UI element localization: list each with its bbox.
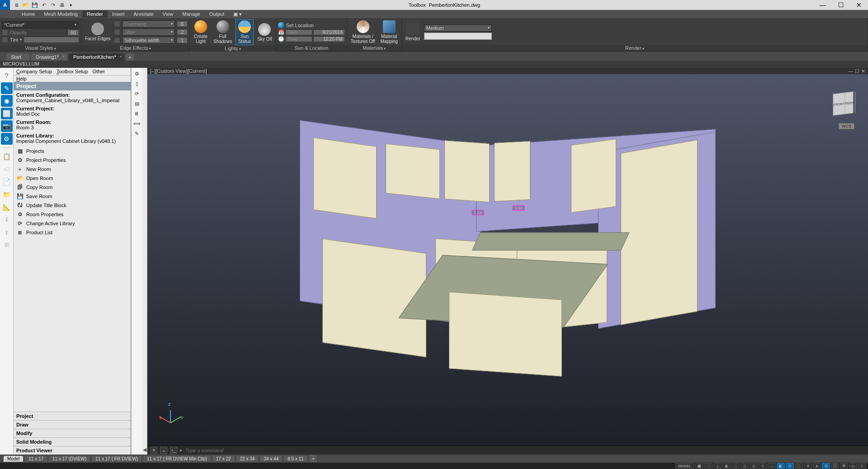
tree-item-projects[interactable]: ▦Projects	[14, 147, 131, 156]
folder-icon[interactable]: 📁	[1, 189, 13, 200]
tab-manage[interactable]: Manage	[178, 10, 205, 18]
overhang-toggle[interactable]	[114, 21, 120, 27]
overhang-field[interactable]: Overhang	[122, 20, 175, 28]
pencil-icon[interactable]: ✎	[1, 82, 13, 94]
status-cycling-toggle[interactable]: ⟳	[786, 463, 794, 469]
minimize-button[interactable]: —	[814, 0, 832, 10]
tint-swatch[interactable]	[24, 37, 79, 43]
material-mapping-button[interactable]: Material Mapping	[378, 19, 399, 45]
status-annotation-toggle[interactable]: A	[813, 463, 821, 469]
sky-off-button[interactable]: Sky Off	[255, 22, 274, 43]
qat-new-icon[interactable]: 🗎	[13, 1, 21, 9]
set-location-button[interactable]: Set Location	[286, 23, 314, 28]
help-menu[interactable]: Help	[14, 76, 131, 82]
silhouette-field[interactable]: Silhouette width	[122, 37, 175, 44]
status-ortho-toggle[interactable]: ⊥	[713, 463, 722, 469]
status-grid-toggle[interactable]: ▦	[695, 463, 703, 469]
status-model-toggle[interactable]: MODEL	[675, 463, 694, 469]
vp-maximize-icon[interactable]: ☐	[855, 68, 859, 74]
status-customize-toggle[interactable]: ≡	[858, 463, 866, 469]
dimension-icon[interactable]: ⟺	[133, 119, 141, 128]
cmd-prompt-icon[interactable]: ›_	[170, 447, 177, 454]
layout-tab[interactable]: 17 x 22	[212, 456, 235, 462]
add-layout-button[interactable]: ＋	[309, 455, 316, 462]
other-menu[interactable]: Other	[93, 69, 105, 74]
qat-redo-icon[interactable]: ↷	[49, 1, 57, 9]
app-logo[interactable]: A	[0, 0, 10, 10]
qat-open-icon[interactable]: 📂	[22, 1, 30, 9]
refresh-icon[interactable]: ⟳	[133, 90, 141, 98]
date-value[interactable]: 9/21/2018	[313, 29, 345, 35]
silhouette-toggle[interactable]	[114, 37, 120, 43]
group-label-visual-styles[interactable]: Visual Styles	[25, 45, 56, 51]
doc-tab-pemberton[interactable]: PembertonKitchen*×	[69, 53, 124, 61]
viewcube-front[interactable]: FRONT	[833, 93, 845, 115]
tab-render[interactable]: Render	[82, 10, 108, 18]
tree-item-open-room[interactable]: 📂Open Room	[14, 174, 131, 183]
status-polar-toggle[interactable]: ◐	[722, 463, 731, 469]
status-snap-toggle[interactable]: ∷	[704, 463, 712, 469]
close-icon[interactable]: ×	[62, 54, 65, 59]
vp-close-icon[interactable]: ✕	[861, 68, 865, 74]
jitter-field[interactable]: Jitter	[122, 28, 175, 36]
jitter-value[interactable]: 2	[177, 29, 188, 35]
facet-edges-button[interactable]: Facet Edges	[83, 22, 112, 42]
status-3dosnap-toggle[interactable]: ◇	[741, 463, 749, 469]
viewport-label[interactable]: [–][Custom View][Current]	[150, 68, 207, 74]
create-light-button[interactable]: Create Light	[192, 19, 210, 45]
group-label-lights[interactable]: Lights	[225, 46, 241, 51]
clipboard-icon[interactable]: 📋	[1, 151, 13, 162]
tab-view[interactable]: View	[158, 10, 178, 18]
toolbox-setup-menu[interactable]: Toolbox Setup	[57, 69, 88, 74]
tree-item-room-properties[interactable]: ⚙Room Properties	[14, 210, 131, 219]
page-icon[interactable]: 🗎	[133, 109, 141, 118]
tab-annotate[interactable]: Annotate	[129, 10, 158, 18]
opacity-toggle[interactable]	[2, 29, 8, 36]
group-label-render[interactable]: Render	[625, 45, 644, 51]
acc-product-viewer[interactable]: Product Viewer	[14, 446, 131, 455]
tag-icon[interactable]: 🏷	[1, 163, 13, 175]
new-tab-button[interactable]: ＋	[126, 53, 134, 61]
layout-tab[interactable]: 11 x 17 ( FR DVIEW Min Clip)	[143, 456, 211, 462]
status-gizmo-toggle[interactable]: ✦	[804, 463, 812, 469]
status-lwt-toggle[interactable]: —	[768, 463, 776, 469]
doc-tab-start[interactable]: Start	[6, 53, 29, 61]
time-value[interactable]: 12:20 PM	[313, 36, 345, 42]
tools-icon[interactable]: 🛠	[1, 239, 13, 251]
doc-tab-drawing1[interactable]: Drawing1*×	[31, 53, 67, 61]
qat-undo-icon[interactable]: ↶	[40, 1, 48, 9]
import-icon[interactable]: ⬇	[1, 214, 13, 226]
ruler-icon[interactable]: 📐	[1, 201, 13, 213]
tree-item-new-room[interactable]: ＋New Room	[14, 165, 131, 174]
view-cube[interactable]: FRONT RIGHT	[833, 91, 853, 116]
camera-icon[interactable]: 📷	[1, 120, 13, 132]
status-otrack-toggle[interactable]: ∠	[750, 463, 758, 469]
acc-solid-modeling[interactable]: Solid Modeling	[14, 437, 131, 446]
jitter-toggle[interactable]	[114, 29, 120, 35]
help-icon[interactable]: ?	[1, 70, 13, 81]
status-osnap-toggle[interactable]: □	[731, 463, 740, 469]
visual-style-preset-combo[interactable]: *Current*	[2, 21, 79, 28]
cmd-options-icon[interactable]: ⌄	[160, 447, 167, 454]
full-shadows-button[interactable]: Full Shadows	[212, 19, 234, 45]
tab-mesh-modeling[interactable]: Mesh Modeling	[39, 10, 82, 18]
status-monitor-toggle[interactable]: 🖵	[831, 463, 839, 469]
acc-modify[interactable]: Modify	[14, 429, 131, 437]
notebook-icon[interactable]: ▯	[133, 80, 141, 88]
document-icon[interactable]: 📄	[1, 176, 13, 188]
qat-save-icon[interactable]: 💾	[31, 1, 39, 9]
overhang-value[interactable]: 6	[177, 21, 188, 27]
close-button[interactable]: ✕	[850, 0, 868, 10]
layers-icon[interactable]: ▤	[133, 99, 141, 108]
layout-tab[interactable]: 8.5 x 11	[284, 456, 307, 462]
status-clean-toggle[interactable]: ▭	[849, 463, 857, 469]
render-quality-combo[interactable]: Medium	[424, 24, 492, 32]
company-setup-menu[interactable]: Company Setup	[16, 69, 52, 74]
group-label-edge-effects[interactable]: Edge Effects	[120, 45, 151, 51]
status-3d-toggle[interactable]: ⬚	[795, 463, 803, 469]
opacity-value[interactable]: 60	[67, 29, 79, 36]
acc-project[interactable]: Project	[14, 412, 131, 420]
tree-item-project-properties[interactable]: ⚙Project Properties	[14, 156, 131, 165]
sun-status-button[interactable]: Sun Status	[236, 19, 254, 45]
group-label-materials[interactable]: Materials	[363, 45, 386, 51]
